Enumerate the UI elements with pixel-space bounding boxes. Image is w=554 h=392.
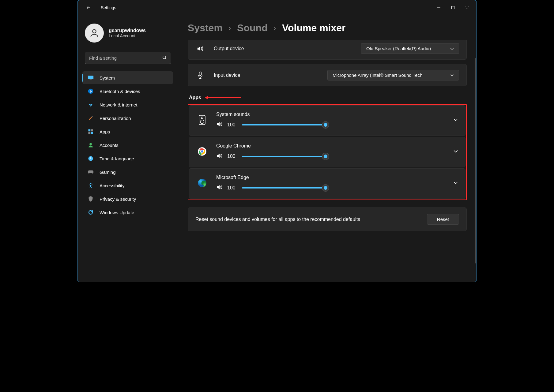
reset-row: Reset sound devices and volumes for all … bbox=[188, 207, 467, 231]
volume-slider[interactable] bbox=[242, 185, 328, 191]
svg-point-5 bbox=[163, 56, 166, 59]
close-button[interactable] bbox=[460, 3, 474, 13]
breadcrumb-sound[interactable]: Sound bbox=[237, 22, 268, 34]
svg-rect-12 bbox=[89, 132, 91, 134]
sidebar-item-label: Accounts bbox=[100, 143, 119, 148]
shield-icon bbox=[87, 196, 94, 202]
sidebar-item-label: System bbox=[100, 75, 115, 80]
output-device-label: Output device bbox=[214, 46, 269, 51]
minimize-button[interactable] bbox=[432, 3, 446, 13]
expand-button[interactable] bbox=[454, 117, 458, 123]
speaker-icon bbox=[195, 46, 205, 52]
gamepad-icon bbox=[87, 169, 94, 175]
svg-point-16 bbox=[90, 183, 92, 184]
sidebar-item-label: Windows Update bbox=[100, 210, 134, 215]
sidebar-item-apps[interactable]: Apps bbox=[82, 125, 173, 138]
profile-block[interactable]: gearupwindows Local Account bbox=[82, 20, 173, 50]
sidebar-item-label: Time & language bbox=[100, 156, 134, 161]
app-name: Google Chrome bbox=[216, 143, 445, 149]
avatar bbox=[85, 24, 104, 43]
svg-point-19 bbox=[201, 117, 203, 119]
chevron-right-icon: › bbox=[274, 24, 276, 32]
app-row-system-sounds: System sounds 100 bbox=[189, 105, 465, 136]
sidebar-item-gaming[interactable]: Gaming bbox=[82, 166, 173, 178]
system-sounds-icon bbox=[197, 114, 208, 125]
nav-list: System Bluetooth & devices Network & int… bbox=[82, 71, 173, 219]
system-icon bbox=[87, 74, 94, 81]
slider-thumb[interactable] bbox=[322, 121, 329, 128]
sidebar-item-accessibility[interactable]: Accessibility bbox=[82, 179, 173, 192]
svg-rect-7 bbox=[88, 76, 93, 79]
sidebar-item-label: Accessibility bbox=[100, 183, 125, 188]
chevron-down-icon bbox=[450, 73, 454, 78]
sidebar-item-network[interactable]: Network & internet bbox=[82, 98, 173, 111]
app-name: Microsoft Edge bbox=[216, 175, 445, 180]
annotation-box: System sounds 100 bbox=[188, 104, 467, 200]
maximize-button[interactable] bbox=[446, 3, 460, 13]
svg-point-14 bbox=[89, 143, 92, 145]
settings-window: Settings gearupwindows Local Account bbox=[77, 0, 477, 282]
expand-button[interactable] bbox=[454, 149, 458, 154]
svg-rect-13 bbox=[91, 132, 93, 134]
sidebar-item-label: Network & internet bbox=[100, 102, 137, 107]
breadcrumb-system[interactable]: System bbox=[188, 22, 223, 34]
profile-name: gearupwindows bbox=[109, 28, 146, 33]
app-row-edge: Microsoft Edge 100 bbox=[189, 168, 465, 199]
back-button[interactable] bbox=[84, 3, 93, 13]
edge-icon bbox=[197, 177, 208, 189]
svg-rect-10 bbox=[89, 129, 91, 132]
accessibility-icon bbox=[87, 182, 94, 189]
sidebar-item-update[interactable]: Windows Update bbox=[82, 206, 173, 219]
svg-rect-8 bbox=[90, 80, 92, 80]
clock-icon bbox=[87, 155, 94, 162]
reset-button[interactable]: Reset bbox=[427, 214, 459, 225]
sidebar-item-privacy[interactable]: Privacy & security bbox=[82, 192, 173, 205]
sidebar-item-system[interactable]: System bbox=[82, 71, 173, 84]
volume-value: 100 bbox=[227, 122, 238, 128]
output-device-dropdown[interactable]: Old Speaker (Realtek(R) Audio) bbox=[361, 43, 459, 54]
input-device-dropdown[interactable]: Microphone Array (Intel® Smart Sound Tec… bbox=[327, 70, 459, 80]
volume-slider[interactable] bbox=[242, 122, 328, 128]
breadcrumb: System › Sound › Volume mixer bbox=[188, 22, 469, 34]
svg-line-6 bbox=[165, 58, 166, 59]
chevron-down-icon bbox=[450, 46, 454, 51]
sidebar-item-personalization[interactable]: Personalization bbox=[82, 112, 173, 125]
search-input[interactable] bbox=[85, 52, 171, 64]
output-device-value: Old Speaker (Realtek(R) Audio) bbox=[366, 46, 445, 51]
volume-icon[interactable] bbox=[216, 153, 223, 160]
sidebar-item-label: Apps bbox=[100, 129, 110, 134]
volume-slider[interactable] bbox=[242, 153, 328, 159]
svg-rect-1 bbox=[452, 6, 454, 9]
scrollbar[interactable] bbox=[475, 58, 476, 263]
expand-button[interactable] bbox=[454, 180, 458, 186]
sidebar-item-time[interactable]: Time & language bbox=[82, 152, 173, 165]
input-device-value: Microphone Array (Intel® Smart Sound Tec… bbox=[333, 73, 445, 78]
wifi-icon bbox=[87, 101, 94, 108]
paintbrush-icon bbox=[87, 115, 94, 121]
sidebar-item-accounts[interactable]: Accounts bbox=[82, 139, 173, 151]
volume-value: 100 bbox=[227, 185, 238, 191]
app-row-chrome: Google Chrome 100 bbox=[189, 137, 465, 167]
apps-icon bbox=[87, 128, 94, 135]
microphone-icon bbox=[195, 71, 205, 79]
input-device-row: Input device Microphone Array (Intel® Sm… bbox=[188, 64, 467, 86]
sidebar-item-label: Gaming bbox=[100, 170, 116, 175]
volume-icon[interactable] bbox=[216, 121, 223, 128]
annotation-arrow bbox=[207, 97, 241, 98]
sidebar-item-bluetooth[interactable]: Bluetooth & devices bbox=[82, 85, 173, 98]
chrome-icon bbox=[197, 146, 208, 157]
sidebar: gearupwindows Local Account System Bluet… bbox=[77, 15, 175, 282]
output-device-row: Output device Old Speaker (Realtek(R) Au… bbox=[188, 40, 467, 60]
titlebar: Settings bbox=[77, 0, 477, 15]
search-icon bbox=[162, 55, 167, 61]
volume-value: 100 bbox=[227, 154, 238, 159]
sidebar-item-label: Personalization bbox=[100, 116, 131, 121]
scroll-area[interactable]: Output device Old Speaker (Realtek(R) Au… bbox=[188, 40, 469, 282]
update-icon bbox=[87, 209, 94, 216]
apps-section-title: Apps bbox=[189, 95, 467, 100]
slider-thumb[interactable] bbox=[322, 185, 329, 191]
svg-rect-11 bbox=[91, 129, 93, 132]
slider-thumb[interactable] bbox=[322, 153, 329, 160]
person-icon bbox=[87, 142, 94, 148]
volume-icon[interactable] bbox=[216, 185, 223, 191]
